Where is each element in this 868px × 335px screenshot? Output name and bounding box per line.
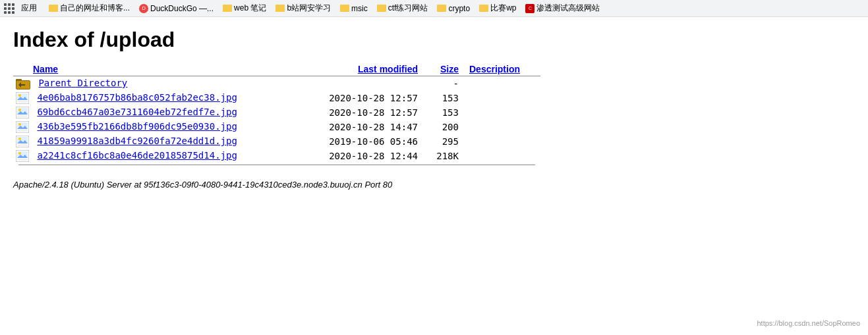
svg-rect-9 <box>17 101 28 103</box>
bookmark-bisaiwp[interactable]: 比赛wp <box>477 2 519 14</box>
svg-rect-27 <box>17 144 28 146</box>
folder-icon <box>275 5 285 12</box>
bookmark-pentest[interactable]: C 渗透测试高级网站 <box>523 2 602 14</box>
bookmark-label: crypto <box>448 4 470 13</box>
name-sort-link[interactable]: Name <box>33 64 58 74</box>
file-description <box>464 105 540 120</box>
page-title: Index of /upload <box>13 28 855 52</box>
image-file-icon <box>16 150 29 162</box>
folder-icon <box>437 5 446 12</box>
bookmark-label: b站网安学习 <box>287 3 331 14</box>
file-description <box>464 134 540 149</box>
col-size[interactable]: Size <box>423 63 464 76</box>
image-file-icon <box>16 92 29 104</box>
directory-table: Name Last modified Size Description <box>13 63 540 167</box>
file-link[interactable]: 436b3e595fb2166db8bf906dc95e0930.jpg <box>37 121 237 132</box>
col-description[interactable]: Description <box>464 63 540 76</box>
folder-icon <box>340 5 349 12</box>
col-name[interactable]: Name <box>13 63 299 76</box>
file-size: 218K <box>423 149 464 163</box>
bookmark-label: DuckDuckGo —... <box>150 4 214 13</box>
bookmark-bstation[interactable]: b站网安学习 <box>273 2 333 14</box>
server-info: Apache/2.4.18 (Ubuntu) Server at 95f136c… <box>13 180 855 190</box>
bottom-separator <box>13 163 540 167</box>
desc-sort-link[interactable]: Description <box>469 64 520 74</box>
image-file-icon <box>16 136 29 147</box>
file-modified: 2020-10-28 12:44 <box>299 149 423 163</box>
bookmark-duckduckgo[interactable]: D DuckDuckGo —... <box>136 3 216 14</box>
table-row: 41859a99918a3db4fc9260fa72e4dd1d.jpg 201… <box>13 134 540 149</box>
file-modified: 2020-10-28 12:57 <box>299 105 423 120</box>
bookmark-label: 自己的网址和博客... <box>60 3 130 14</box>
bookmark-crypto[interactable]: crypto <box>434 3 473 14</box>
bookmark-label: ctf练习网站 <box>388 3 428 14</box>
svg-point-31 <box>18 152 21 155</box>
bookmark-label: 比赛wp <box>490 3 516 14</box>
table-row: 69bd6ccb467a03e7311604eb72fedf7e.jpg 202… <box>13 105 540 120</box>
table-row: 4e06bab8176757b86ba8c052fab2ec38.jpg 202… <box>13 91 540 105</box>
file-description <box>464 149 540 163</box>
file-description <box>464 120 540 134</box>
file-size: 153 <box>423 91 464 105</box>
bookmark-label: msic <box>351 4 368 13</box>
modified-sort-link[interactable]: Last modified <box>358 64 418 74</box>
image-file-icon <box>16 107 29 118</box>
bookmark-myblog[interactable]: 自己的网址和博客... <box>46 2 132 14</box>
file-link[interactable]: 4e06bab8176757b86ba8c052fab2ec38.jpg <box>37 92 237 103</box>
image-file-icon <box>16 121 29 133</box>
svg-rect-15 <box>17 115 28 117</box>
parent-modified <box>299 76 423 91</box>
duckduckgo-icon: D <box>139 4 148 13</box>
folder-icon <box>223 5 232 12</box>
file-modified: 2020-10-28 12:57 <box>299 91 423 105</box>
parent-size: - <box>423 76 464 91</box>
table-row-parent: Parent Directory - <box>13 76 540 91</box>
file-link[interactable]: a2241c8cf16bc8a0e46de20185875d14.jpg <box>37 150 237 161</box>
file-size: 295 <box>423 134 464 149</box>
svg-point-13 <box>18 109 21 111</box>
svg-rect-33 <box>17 159 28 161</box>
parent-folder-icon <box>16 78 30 90</box>
col-modified[interactable]: Last modified <box>299 63 423 76</box>
parent-dir-name: Parent Directory <box>13 76 299 91</box>
bookmark-label: 渗透测试高级网站 <box>536 3 600 14</box>
file-size: 200 <box>423 120 464 134</box>
svg-rect-21 <box>17 130 28 132</box>
parent-description <box>464 76 540 91</box>
file-link[interactable]: 69bd6ccb467a03e7311604eb72fedf7e.jpg <box>37 107 237 117</box>
file-modified: 2020-10-28 14:47 <box>299 120 423 134</box>
file-name-cell: 69bd6ccb467a03e7311604eb72fedf7e.jpg <box>13 105 299 120</box>
file-name-cell: 436b3e595fb2166db8bf906dc95e0930.jpg <box>13 120 299 134</box>
svg-point-19 <box>18 123 21 126</box>
folder-icon <box>377 5 386 12</box>
file-size: 153 <box>423 105 464 120</box>
bookmark-msic[interactable]: msic <box>337 3 370 14</box>
folder-icon <box>49 5 58 12</box>
size-sort-link[interactable]: Size <box>440 64 459 74</box>
table-row: 436b3e595fb2166db8bf906dc95e0930.jpg 202… <box>13 120 540 134</box>
file-link[interactable]: 41859a99918a3db4fc9260fa72e4dd1d.jpg <box>37 136 237 146</box>
parent-dir-link[interactable]: Parent Directory <box>38 78 127 88</box>
main-content: Index of /upload Name Last modified Size… <box>0 17 868 200</box>
apps-icon[interactable] <box>4 3 14 14</box>
csdn-icon: C <box>525 4 535 13</box>
table-row: a2241c8cf16bc8a0e46de20185875d14.jpg 202… <box>13 149 540 163</box>
file-name-cell: a2241c8cf16bc8a0e46de20185875d14.jpg <box>13 149 299 163</box>
file-name-cell: 4e06bab8176757b86ba8c052fab2ec38.jpg <box>13 91 299 105</box>
bookmark-webnotes[interactable]: web 笔记 <box>220 2 269 14</box>
folder-icon <box>479 5 488 12</box>
bookmark-ctf[interactable]: ctf练习网站 <box>374 2 431 14</box>
file-name-cell: 41859a99918a3db4fc9260fa72e4dd1d.jpg <box>13 134 299 149</box>
bookmarks-bar: 应用 自己的网址和博客... D DuckDuckGo —... web 笔记 … <box>0 0 868 17</box>
bookmark-label: web 笔记 <box>234 3 266 14</box>
file-modified: 2019-10-06 05:46 <box>299 134 423 149</box>
svg-point-25 <box>18 138 21 140</box>
svg-point-7 <box>18 94 21 97</box>
apps-label[interactable]: 应用 <box>21 3 37 14</box>
file-description <box>464 91 540 105</box>
